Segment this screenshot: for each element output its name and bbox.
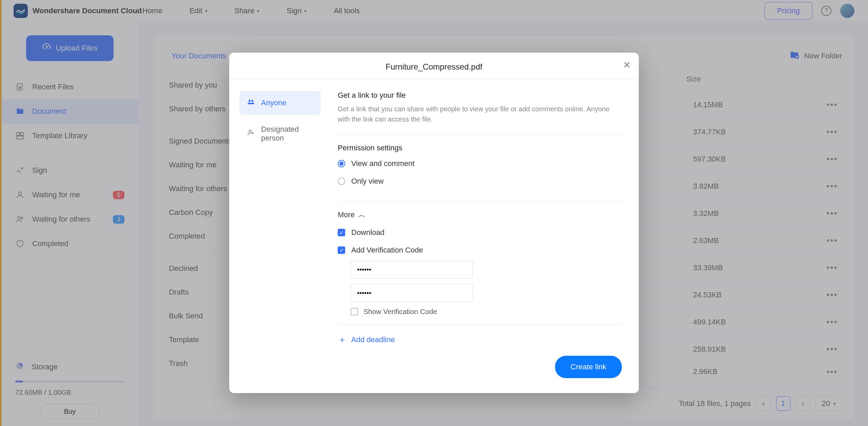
share-tab-anyone[interactable]: Anyone: [239, 91, 321, 115]
svg-point-12: [251, 100, 253, 102]
link-section-subtitle: Get a link that you can share with peopl…: [338, 104, 622, 124]
add-deadline-label: Add deadline: [351, 335, 395, 344]
radio-only-view[interactable]: Only view: [338, 174, 622, 192]
create-link-button[interactable]: Create link: [555, 356, 622, 378]
chevron-up-icon: ︿: [358, 210, 366, 220]
people-icon: [247, 98, 255, 108]
checkbox-download[interactable]: ✓ Download: [338, 225, 622, 243]
checkbox-label: Add Verification Code: [351, 246, 423, 255]
modal-title: Furniture_Compressed.pdf: [241, 62, 627, 72]
checkbox-icon: ✓: [338, 229, 345, 236]
radio-icon: [338, 160, 345, 167]
checkbox-add-verification[interactable]: ✓ Add Verification Code: [338, 243, 622, 261]
checkbox-show-verification[interactable]: Show Verification Code: [351, 308, 622, 316]
plus-icon: ＋: [338, 334, 347, 346]
checkbox-label: Show Verification Code: [363, 308, 437, 316]
checkbox-label: Download: [351, 228, 384, 237]
checkbox-icon: ✓: [338, 246, 345, 254]
share-tab-label: Anyone: [261, 98, 287, 107]
svg-point-13: [249, 130, 252, 133]
more-label: More: [338, 210, 355, 219]
share-modal: Furniture_Compressed.pdf ✕ Anyone Design…: [229, 53, 639, 393]
verification-code-input[interactable]: [351, 261, 473, 279]
add-deadline-button[interactable]: ＋ Add deadline: [338, 334, 622, 346]
radio-view-and-comment[interactable]: View and comment: [338, 156, 622, 174]
share-tab-designated[interactable]: Designated person: [239, 118, 321, 149]
permission-section-title: Permission settings: [338, 144, 622, 152]
link-section-title: Get a link to your file: [338, 91, 622, 100]
more-toggle[interactable]: More ︿: [338, 210, 622, 220]
svg-point-11: [249, 100, 251, 102]
close-icon[interactable]: ✕: [623, 59, 631, 71]
radio-icon: [338, 178, 345, 185]
radio-label: Only view: [351, 177, 383, 186]
verification-code-confirm-input[interactable]: [351, 284, 473, 302]
share-tab-label: Designated person: [261, 125, 313, 143]
radio-label: View and comment: [351, 159, 415, 168]
checkbox-icon: [351, 308, 358, 315]
person-plus-icon: [247, 129, 255, 139]
